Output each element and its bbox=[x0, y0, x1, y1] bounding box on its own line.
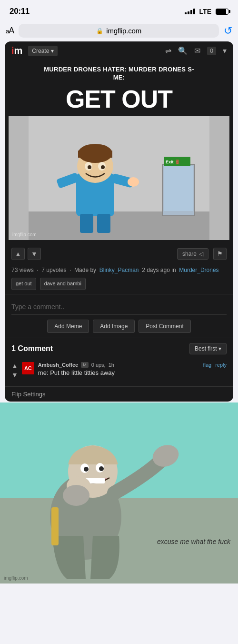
time-ago: 2 days ago in bbox=[142, 267, 176, 273]
lte-label: LTE bbox=[199, 8, 211, 15]
community-link[interactable]: Murder_Drones bbox=[179, 267, 218, 273]
notification-badge[interactable]: 0 bbox=[207, 47, 216, 55]
made-by-label: Made by bbox=[74, 267, 96, 273]
font-size-control[interactable]: aA bbox=[6, 26, 14, 36]
meta-info: 73 views · 7 upvotes · Made by Blinky_Pa… bbox=[5, 264, 233, 294]
add-image-button[interactable]: Add Image bbox=[93, 320, 135, 333]
status-time: 20:11 bbox=[10, 7, 30, 16]
meme-image: Exit 🚪 bbox=[9, 116, 229, 240]
status-bar: 20:11 LTE bbox=[0, 0, 238, 21]
downvote-button[interactable]: ▼ bbox=[28, 248, 41, 260]
svg-rect-18 bbox=[80, 214, 93, 233]
refresh-button[interactable]: ↺ bbox=[224, 25, 232, 37]
svg-point-10 bbox=[128, 177, 139, 187]
imgflip-watermark2: imgflip.com bbox=[4, 575, 28, 581]
svg-rect-32 bbox=[51, 507, 59, 545]
svg-point-26 bbox=[84, 467, 89, 472]
comment-placeholder[interactable]: Type a comment.. bbox=[11, 299, 227, 315]
comment-body: Ambush_Coffee M 0 ups, 1h flag reply me:… bbox=[38, 362, 227, 379]
comments-header: 1 Comment Best first ▾ bbox=[11, 343, 227, 354]
battery-icon bbox=[216, 9, 228, 15]
svg-rect-13 bbox=[78, 151, 112, 158]
url-text: imgflip.com bbox=[106, 27, 141, 35]
lock-icon: 🔒 bbox=[96, 28, 103, 34]
svg-point-27 bbox=[99, 466, 104, 471]
bar1 bbox=[185, 12, 187, 14]
vote-arrows: ▲ ▼ bbox=[11, 248, 41, 260]
upvote-button[interactable]: ▲ bbox=[11, 248, 25, 260]
create-button[interactable]: Create ▾ bbox=[28, 46, 57, 56]
signal-bars bbox=[185, 9, 195, 14]
vote-bar: ▲ ▼ share ◁ ⚑ bbox=[5, 244, 233, 264]
comment-input-area: Type a comment.. Add Meme Add Image Post… bbox=[5, 294, 233, 338]
post-comment-button[interactable]: Post Comment bbox=[139, 320, 190, 333]
comment-ups: 0 ups, bbox=[91, 362, 106, 368]
fallout-scene: excuse me what the fuck imgflip.com bbox=[0, 402, 238, 584]
comments-count: 1 Comment bbox=[11, 344, 53, 353]
comment-text: me: Put the little titties away bbox=[38, 369, 227, 377]
imgflip-header: im Create ▾ ⇌ 🔍 ✉ 0 ▾ bbox=[5, 41, 233, 60]
svg-text:Exit 🚪: Exit 🚪 bbox=[166, 159, 180, 165]
share-icon: ◁ bbox=[199, 251, 203, 257]
excuse-text: excuse me what the fuck bbox=[157, 538, 230, 545]
tag-get-out[interactable]: get out bbox=[11, 278, 36, 290]
bar3 bbox=[190, 10, 192, 14]
add-meme-button[interactable]: Add Meme bbox=[47, 320, 89, 333]
comment-buttons: Add Meme Add Image Post Comment bbox=[11, 320, 227, 333]
roblox-svg: Exit 🚪 bbox=[9, 116, 229, 240]
imgflip-watermark: imgflip.com bbox=[12, 232, 37, 237]
comments-section: 1 Comment Best first ▾ ▲ ▼ AC Ambush_Cof… bbox=[5, 338, 233, 386]
bar2 bbox=[188, 11, 189, 14]
tag-dave-bambi[interactable]: dave and bambi bbox=[40, 278, 86, 290]
comment-username[interactable]: Ambush_Coffee bbox=[38, 362, 78, 368]
meme-get-out: GET OUT bbox=[9, 85, 229, 113]
battery-fill bbox=[216, 9, 226, 14]
shuffle-icon[interactable]: ⇌ bbox=[165, 46, 171, 55]
svg-point-16 bbox=[88, 165, 91, 169]
comment-downvote[interactable]: ▼ bbox=[11, 371, 18, 379]
meme-container: MURDER DRONES HATER: MURDER DRONES S- ME… bbox=[5, 60, 233, 244]
comment-flag-link[interactable]: flag bbox=[203, 362, 211, 368]
flag-button[interactable]: ⚑ bbox=[213, 248, 227, 260]
share-label: share bbox=[182, 251, 197, 257]
flip-settings[interactable]: Flip Settings bbox=[5, 386, 233, 402]
content-area: im Create ▾ ⇌ 🔍 ✉ 0 ▾ MURDER DRONES HATE… bbox=[5, 41, 233, 402]
mail-icon[interactable]: ✉ bbox=[194, 46, 200, 55]
comment-meta: Ambush_Coffee M 0 ups, 1h flag reply bbox=[38, 362, 227, 368]
svg-rect-4 bbox=[164, 166, 193, 211]
bar4 bbox=[193, 9, 195, 14]
comment-upvote[interactable]: ▲ bbox=[11, 362, 18, 370]
address-bar[interactable]: 🔒 imgflip.com bbox=[19, 24, 219, 38]
share-button[interactable]: share ◁ bbox=[177, 248, 208, 260]
comment-reply-link[interactable]: reply bbox=[215, 362, 227, 368]
browser-bar: aA 🔒 imgflip.com ↺ bbox=[0, 21, 238, 41]
views-count: 73 views bbox=[11, 267, 34, 273]
comment-avatar: AC bbox=[22, 362, 34, 374]
imgflip-logo: im bbox=[11, 45, 22, 56]
status-icons: LTE bbox=[185, 8, 228, 15]
search-icon[interactable]: 🔍 bbox=[178, 46, 188, 55]
comment-item: ▲ ▼ AC Ambush_Coffee M 0 ups, 1h flag re… bbox=[11, 359, 227, 382]
svg-rect-19 bbox=[97, 214, 110, 233]
header-icons: ⇌ 🔍 ✉ 0 ▾ bbox=[165, 46, 227, 55]
comment-vote-column: ▲ ▼ bbox=[11, 362, 18, 379]
second-meme: excuse me what the fuck imgflip.com bbox=[0, 402, 238, 584]
upvotes-count: 7 upvotes bbox=[41, 267, 66, 273]
comment-action-links: flag reply bbox=[203, 362, 227, 368]
sort-best-first-button[interactable]: Best first ▾ bbox=[189, 343, 227, 354]
svg-point-30 bbox=[63, 485, 89, 506]
dropdown-icon[interactable]: ▾ bbox=[223, 46, 227, 55]
comment-badge: M bbox=[81, 362, 89, 368]
fallout-svg bbox=[0, 402, 238, 584]
meme-caption-1: MURDER DRONES HATER: MURDER DRONES S- ME… bbox=[9, 66, 229, 82]
svg-point-17 bbox=[101, 165, 105, 169]
tag-row: get out dave and bambi bbox=[11, 278, 227, 290]
author-link[interactable]: Blinky_Pacman bbox=[99, 267, 139, 273]
comment-time: 1h bbox=[109, 362, 114, 368]
